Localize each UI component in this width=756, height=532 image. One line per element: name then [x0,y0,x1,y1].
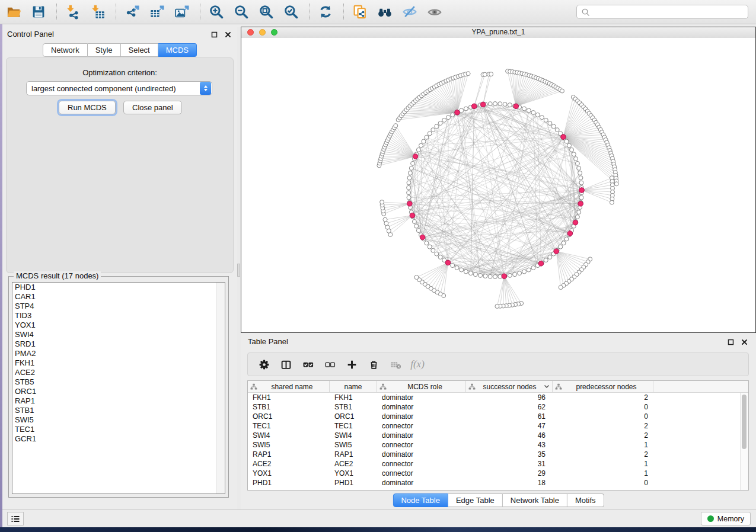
zoom-in-button[interactable] [208,3,225,21]
mcds-result-item[interactable]: TEC1 [12,425,225,434]
column-header-label: predecessor nodes [562,383,650,391]
network-graph[interactable] [241,38,755,332]
splitter-handle-icon[interactable] [237,264,240,277]
import-table-button[interactable] [89,3,107,21]
table-row[interactable]: RAP1RAP1dominator352 [248,450,748,459]
desktop-wallpaper-bottom [0,527,756,532]
add-column-button[interactable] [343,356,360,373]
split-panel-button[interactable] [277,356,294,373]
close-table-panel-button[interactable] [741,338,748,345]
tab-network[interactable]: Network [43,43,88,57]
zoom-selected-button[interactable] [282,3,300,21]
mcds-result-item[interactable]: SRD1 [12,339,225,349]
column-settings-button[interactable] [256,356,272,373]
close-panel-action-button[interactable]: Close panel [123,101,182,114]
table-row[interactable]: SWI4SWI4dominator462 [248,431,748,440]
table-row[interactable]: PHD1PHD1dominator180 [248,478,748,488]
table-row[interactable]: ACE2ACE2connector311 [248,459,748,469]
tab-mcds[interactable]: MCDS [158,43,197,57]
select-all-rows-button[interactable] [299,356,316,373]
export-table-button[interactable] [148,3,166,21]
table-cell: dominator [377,431,466,440]
table-cell: RAP1 [248,450,330,459]
main-toolbar [0,0,756,24]
table-scrollbar-thumb[interactable] [742,395,747,449]
first-neighbors-button[interactable] [376,3,394,21]
table-row[interactable]: TEC1TEC1connector472 [248,421,748,431]
search-input[interactable] [593,7,744,17]
delete-table-button[interactable] [387,356,404,373]
mcds-result-item[interactable]: STB1 [12,406,225,415]
column-header-successor-nodes[interactable]: successor nodes [466,381,553,392]
table-row[interactable]: SWI5SWI5connector431 [248,440,748,450]
open-file-button[interactable] [5,3,23,21]
mcds-result-item[interactable]: GCR1 [12,434,225,444]
minimize-window-icon[interactable] [259,29,266,36]
mcds-result-item[interactable]: TID3 [12,311,225,321]
close-panel-button[interactable] [224,31,231,38]
unselect-all-rows-button[interactable] [321,356,338,373]
search-box[interactable] [576,5,748,19]
zoom-fit-button[interactable] [257,3,275,21]
mcds-result-item[interactable]: STP4 [12,302,225,311]
mcds-result-item[interactable]: PHD1 [12,283,225,292]
criterion-select[interactable]: largest connected component (undirected) [26,81,212,95]
mcds-result-item[interactable]: RAP1 [12,396,225,406]
clone-network-button[interactable] [351,3,369,21]
mcds-result-list[interactable]: PHD1CAR1STP4TID3YOX1SWI4SRD1PMA2FKH1ACE2… [12,282,225,494]
network-canvas[interactable] [241,38,755,332]
tab-select[interactable]: Select [121,43,158,57]
mcds-result-item[interactable]: PMA2 [12,349,225,358]
mcds-result-item[interactable]: ACE2 [12,368,225,377]
network-window-titlebar[interactable]: YPA_prune.txt_1 [241,27,755,39]
mcds-result-item[interactable]: YOX1 [12,321,225,330]
delete-columns-button[interactable] [365,356,382,373]
table-scrollbar[interactable] [740,393,748,490]
table-cell: 2 [553,450,653,459]
column-header-MCDS-role[interactable]: MCDS role [377,381,466,392]
function-builder-button[interactable]: f(x) [409,356,426,373]
show-all-button[interactable] [426,3,444,21]
result-list-scrollbar[interactable] [216,283,225,493]
mcds-result-item[interactable]: ORC1 [12,387,225,396]
first-neighbors-icon [377,4,393,20]
tab-style[interactable]: Style [88,43,121,57]
hide-selected-button[interactable] [401,3,419,21]
maximize-window-icon[interactable] [271,29,277,36]
refresh-view-button[interactable] [317,3,334,21]
table-cell: connector [377,421,466,431]
float-table-panel-button[interactable] [727,338,734,345]
show-panels-button[interactable] [7,512,24,525]
save-session-button[interactable] [30,3,47,21]
column-header-predecessor-nodes[interactable]: predecessor nodes [553,381,653,392]
table-row[interactable]: ORC1ORC1dominator610 [248,412,748,421]
import-network-button[interactable] [64,3,82,21]
tab-motifs[interactable]: Motifs [567,493,604,507]
mcds-result-item[interactable]: SWI4 [12,330,225,339]
tab-edge-table[interactable]: Edge Table [448,493,503,507]
mcds-result-item[interactable]: CAR1 [12,292,225,302]
table-cell: 43 [466,440,553,450]
run-mcds-button[interactable]: Run MCDS [59,101,116,114]
table-cell: dominator [377,478,466,488]
search-icon [581,8,590,17]
tab-node-table[interactable]: Node Table [393,493,448,507]
table-row[interactable]: YOX1YOX1connector291 [248,469,748,478]
network-window-title: YPA_prune.txt_1 [241,27,755,37]
tab-network-table[interactable]: Network Table [503,493,567,507]
column-header-label: shared name [257,383,327,391]
memory-button[interactable]: Memory [701,512,751,525]
mcds-result-item[interactable]: SWI5 [12,415,225,425]
close-window-icon[interactable] [247,29,254,36]
column-header-shared-name[interactable]: shared name [248,381,330,392]
table-row[interactable]: STB1STB1dominator620 [248,402,748,412]
export-image-button[interactable] [173,3,191,21]
mcds-result-item[interactable]: STB5 [12,377,225,387]
column-type-icon [468,383,476,390]
column-header-name[interactable]: name [330,381,377,392]
table-row[interactable]: FKH1FKH1dominator962 [248,393,748,402]
export-network-button[interactable] [123,3,141,21]
float-panel-button[interactable] [210,31,218,38]
zoom-out-button[interactable] [232,3,250,21]
mcds-result-item[interactable]: FKH1 [12,358,225,368]
